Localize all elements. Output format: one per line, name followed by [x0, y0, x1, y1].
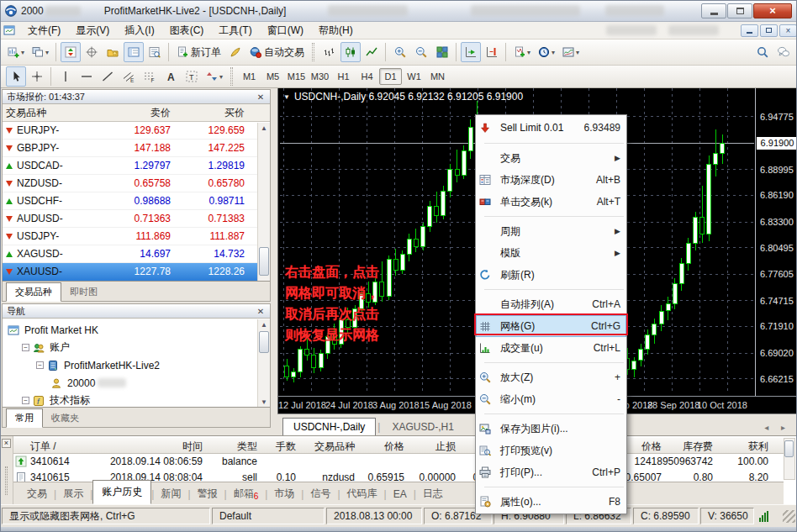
updown-button[interactable]	[61, 42, 81, 62]
column-header-2[interactable]: 卖价	[93, 106, 177, 120]
close-icon[interactable]: ✕	[256, 307, 266, 316]
autotrading-button[interactable]: 自动交易	[246, 42, 308, 62]
candlestick-chart-button[interactable]	[340, 42, 361, 62]
collapse-icon[interactable]: −	[36, 361, 44, 369]
auto-scroll-button[interactable]	[461, 42, 481, 62]
chart-tab-scroll-arrows[interactable]: ◂ ▸	[764, 423, 790, 432]
scrollbar-thumb[interactable]	[259, 331, 269, 353]
market-watch-scrollbar[interactable]: ▲	[257, 123, 270, 282]
menu-显示[interactable]: 显示(V)	[68, 23, 117, 38]
menu-帮助[interactable]: 帮助(H)	[311, 23, 361, 38]
terminal-tab-代码库[interactable]: 代码库	[340, 484, 384, 503]
chevron-down-icon[interactable]: ▾	[527, 49, 530, 56]
text-button[interactable]: A	[161, 66, 181, 87]
timeframe-W1-button[interactable]: W1	[403, 68, 425, 85]
column-header-3[interactable]: 买价	[177, 106, 251, 120]
market-watch-row[interactable]: USDCHF-0.986880.98711	[3, 192, 270, 210]
periods-button[interactable]: ▾	[535, 42, 558, 62]
market-watch-row[interactable]: AUDUSD-0.713630.71383	[3, 210, 270, 228]
market-watch-row[interactable]: USDCAD-1.297971.29819	[3, 157, 270, 175]
navigator-tab-常用[interactable]: 常用	[6, 408, 43, 428]
terminal-column-11[interactable]: 获利	[716, 440, 768, 454]
terminal-row[interactable]: 34106142018.09.14 08:06:59balance100.001…	[13, 454, 784, 470]
context-menu-item-auto-arrange[interactable]: 自动排列(A)Ctrl+A	[476, 293, 626, 315]
templates-button[interactable]: ▾	[559, 42, 583, 62]
terminal-column-6[interactable]: 价格	[358, 440, 404, 454]
collapse-icon[interactable]: −	[22, 397, 29, 404]
scroll-up-icon[interactable]: ▲	[258, 123, 270, 134]
context-menu-item-templates[interactable]: 模版▶	[476, 242, 626, 264]
context-menu-item-print-preview[interactable]: 打印预览(v)	[476, 440, 626, 461]
data-window-button[interactable]	[145, 42, 165, 62]
terminal-scrollbar[interactable]	[784, 438, 795, 480]
terminal-tab-展示[interactable]: 展示	[56, 484, 90, 503]
line-chart-button[interactable]	[362, 42, 382, 62]
market-watch-panel-button[interactable]	[124, 42, 144, 62]
context-menu-item-depth-of-market[interactable]: 市场深度(D)Alt+B	[476, 169, 626, 191]
column-header-1[interactable]: 交易品种	[3, 106, 93, 120]
tree-item-账户[interactable]: −账户	[8, 339, 270, 356]
menu-插入[interactable]: 插入(I)	[117, 23, 161, 38]
terminal-tab-日志[interactable]: 日志	[416, 484, 450, 503]
trendline-button[interactable]	[98, 66, 118, 87]
terminal-tab-交易[interactable]: 交易	[20, 484, 54, 503]
close-icon[interactable]: ×	[2, 439, 11, 448]
navigator-tab-收藏夹[interactable]: 收藏夹	[43, 409, 87, 427]
equidistant-channel-button[interactable]: E	[119, 66, 139, 87]
search-button[interactable]	[752, 42, 773, 62]
context-menu-item-refresh[interactable]: 刷新(R)	[476, 264, 626, 286]
tree-item-Profit Market HK[interactable]: Profit Market HK	[8, 321, 270, 339]
chat-button[interactable]	[773, 42, 794, 62]
terminal-tab-信号[interactable]: 信号	[303, 484, 337, 503]
chevron-down-icon[interactable]: ▾	[21, 49, 24, 56]
context-menu-item-trade[interactable]: 交易▶	[476, 147, 626, 169]
mdi-close-button[interactable]: ×	[779, 24, 797, 37]
crosshair-button[interactable]	[82, 42, 102, 62]
terminal-tab-邮箱[interactable]: 邮箱6	[227, 484, 266, 503]
terminal-column-2[interactable]: 时间	[98, 440, 203, 454]
timeframe-M15-button[interactable]: M15	[285, 68, 308, 85]
terminal-column-10[interactable]: 库存费	[664, 440, 713, 454]
context-menu-item-one-click-trading[interactable]: 单击交易(k)Alt+T	[476, 191, 626, 213]
favorites-button[interactable]	[103, 42, 123, 62]
scrollbar-thumb[interactable]	[259, 247, 269, 276]
chevron-down-icon[interactable]: ▾	[45, 49, 49, 56]
tile-windows-button[interactable]	[432, 42, 452, 62]
crosshair-tool-button[interactable]	[27, 66, 47, 87]
context-menu-item-sell-limit[interactable]: Sell Limit 0.016.93489	[476, 116, 626, 140]
timeframe-H1-button[interactable]: H1	[332, 68, 355, 85]
zoom-in-button[interactable]	[390, 42, 410, 62]
market-watch-row[interactable]: GBPJPY-147.188147.225	[3, 140, 270, 157]
menu-文件[interactable]: 文件(F)	[20, 23, 68, 38]
chevron-down-icon[interactable]: ▼	[283, 93, 290, 101]
tree-item-ProfitMarketHK-Live2[interactable]: −ProfitMarketHK-Live2	[8, 356, 270, 374]
menu-图表[interactable]: 图表(C)	[162, 23, 212, 38]
menu-窗口[interactable]: 窗口(W)	[260, 23, 311, 38]
indicators-button[interactable]: ▾	[510, 42, 534, 62]
bar-chart-button[interactable]	[319, 42, 340, 62]
mdi-restore-button[interactable]	[760, 24, 778, 37]
chevron-down-icon[interactable]: ▾	[219, 73, 223, 81]
new-chart-button[interactable]: ▾	[4, 42, 28, 62]
horizontal-line-button[interactable]	[77, 66, 97, 87]
chevron-down-icon[interactable]: ▾	[576, 49, 579, 56]
market-watch-row[interactable]: EURJPY-129.637129.659	[3, 122, 270, 140]
timeframe-H4-button[interactable]: H4	[356, 68, 378, 85]
mdi-minimize-button[interactable]	[741, 24, 758, 37]
profiles-button[interactable]: ▾	[29, 42, 52, 62]
fibonacci-button[interactable]: F	[140, 66, 160, 87]
timeframe-M30-button[interactable]: M30	[309, 68, 331, 85]
tree-item-20000[interactable]: 20000	[8, 374, 270, 392]
vertical-line-button[interactable]	[55, 66, 76, 87]
expert-advisor-button[interactable]	[225, 42, 245, 62]
terminal-tab-EA[interactable]: EA	[387, 486, 414, 503]
market-watch-row[interactable]: XAUUSD-1227.781228.26	[3, 263, 270, 281]
market-watch-row[interactable]: NZDUSD-0.657580.65780	[3, 175, 270, 192]
context-menu-item-volumes[interactable]: 成交量(u)Ctrl+L	[476, 337, 626, 359]
timeframe-MN-button[interactable]: MN	[426, 68, 449, 85]
collapse-icon[interactable]: −	[22, 344, 29, 351]
chevron-down-icon[interactable]: ▾	[552, 49, 555, 56]
zoom-out-button[interactable]	[411, 42, 431, 62]
terminal-tab-新闻[interactable]: 新闻	[154, 484, 187, 503]
new-order-button[interactable]: 新订单	[173, 42, 224, 62]
